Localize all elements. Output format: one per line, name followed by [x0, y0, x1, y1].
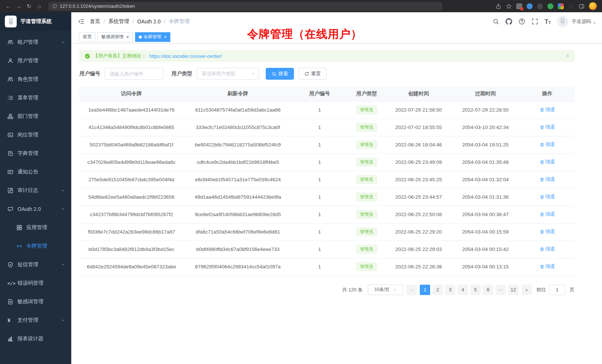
forward-icon[interactable]: →	[14, 2, 23, 11]
page-button-more[interactable]: ···	[495, 285, 506, 295]
force-logout-button[interactable]: 强退	[540, 159, 555, 165]
breadcrumb-item[interactable]: 系统管理	[108, 18, 129, 25]
user-type-badge: 管理员	[356, 193, 377, 201]
users-icon	[7, 39, 13, 45]
address-bar[interactable]: 127.0.0.1:1024/system/oauth2/token	[48, 2, 442, 11]
cell-refresh-token: 8796295f04064c2983414cc54af1097a	[183, 258, 292, 275]
user-avatar[interactable]	[557, 16, 568, 27]
tab-oauth2-token[interactable]: 令牌管理 ×	[135, 32, 171, 42]
filter-bar: 用户编号 用户类型 请选择用户类型 搜索 重置	[79, 68, 575, 80]
success-check-icon	[85, 53, 90, 59]
extension-icon[interactable]	[568, 3, 574, 9]
force-logout-button[interactable]: 强退	[540, 141, 555, 148]
force-logout-button[interactable]: 强退	[540, 263, 555, 270]
reset-button-label: 重置	[311, 70, 321, 77]
extension-icon[interactable]	[516, 3, 522, 9]
force-logout-button[interactable]: 强退	[540, 193, 555, 200]
sidebar-item-dict[interactable]: 字典管理	[0, 144, 71, 163]
share-icon[interactable]	[495, 3, 501, 9]
extension-icon[interactable]	[547, 3, 553, 9]
doc-link[interactable]: https://doc.iocoder.cn/user-center/	[149, 53, 222, 59]
chevron-down-icon	[61, 40, 65, 44]
sidebar-item-post[interactable]: 岗位管理	[0, 126, 71, 144]
trash-icon	[540, 264, 544, 269]
force-logout-label: 强退	[546, 263, 555, 270]
tab-sensitive-word[interactable]: 敏感词管理 ×	[98, 32, 133, 42]
help-icon[interactable]	[518, 18, 525, 25]
goto-page-input[interactable]	[549, 285, 565, 295]
breadcrumb-item[interactable]: OAuth 2.0	[137, 19, 161, 24]
table-row: 1ea5e44f8bc1467aaede43144f31de76 811c530…	[79, 101, 575, 119]
sidebar-item-sms[interactable]: 短信管理	[0, 255, 71, 274]
page-button-6[interactable]: 6	[483, 285, 493, 295]
force-logout-button[interactable]: 强退	[540, 211, 555, 218]
search-icon[interactable]	[493, 18, 499, 25]
home-icon[interactable]: ⌂	[35, 2, 44, 11]
user-type-badge: 管理员	[356, 228, 377, 236]
sidebar-item-oauth2-token[interactable]: 令牌管理	[0, 237, 71, 255]
close-icon[interactable]: ×	[126, 34, 129, 39]
sidebar-item-role[interactable]: 角色管理	[0, 70, 71, 89]
page-button-2[interactable]: 2	[432, 285, 443, 295]
sidebar-item-oauth2[interactable]: OAuth 2.0	[0, 200, 71, 218]
fullscreen-icon[interactable]	[531, 18, 538, 25]
page-button-1[interactable]: 1	[420, 285, 430, 295]
force-logout-button[interactable]: 强退	[540, 106, 555, 113]
cell-access-token: 41c41346a548490f9dc8b01c6bfe0865	[79, 119, 183, 136]
sidebar-item-oauth2-app[interactable]: 应用管理	[0, 218, 71, 237]
trash-icon	[540, 212, 544, 217]
search-button[interactable]: 搜索	[266, 68, 294, 80]
force-logout-button[interactable]: 强退	[540, 228, 555, 235]
page-button-12[interactable]: 12	[508, 285, 518, 295]
prev-page-button[interactable]: ‹	[406, 285, 417, 295]
sidebar-fold-icon[interactable]	[78, 18, 85, 25]
force-logout-button[interactable]: 强退	[540, 124, 555, 130]
reload-icon[interactable]: ↻	[24, 2, 33, 11]
bookmark-star-icon[interactable]	[506, 3, 512, 9]
sidebar-item-tenant[interactable]: 租户管理	[0, 33, 71, 52]
github-icon[interactable]	[506, 18, 512, 25]
page-size-select[interactable]: 10条/页	[368, 285, 403, 295]
cell-access-token: 6d842e2924594de9a09e45e087323abe	[79, 258, 183, 275]
user-type-badge: 管理员	[356, 140, 377, 149]
page-button-5[interactable]: 5	[470, 285, 481, 295]
browser-profile-avatar[interactable]	[589, 2, 597, 10]
sidebar-item-dept[interactable]: 部门管理	[0, 107, 71, 126]
breadcrumb-item[interactable]: 首页	[90, 18, 100, 25]
close-icon[interactable]: ×	[164, 34, 167, 39]
reset-button[interactable]: 重置	[298, 68, 327, 80]
cell-refresh-token: 9ce8ef2aa9f14056b831ae9b608e28d5	[183, 206, 292, 223]
sidebar-item-audit-log[interactable]: 审计日志	[0, 181, 71, 200]
user-type-select[interactable]: 请选择用户类型	[197, 68, 259, 80]
user-type-badge: 管理员	[356, 210, 377, 219]
page-button-4[interactable]: 4	[458, 285, 468, 295]
sidebar-item-report-designer[interactable]: 报表设计器	[0, 330, 71, 348]
sidebar-item-user[interactable]: 用户管理	[0, 52, 71, 70]
tab-home[interactable]: 首页	[79, 32, 95, 42]
back-icon[interactable]: ←	[4, 2, 13, 11]
browser-toolbar-right	[495, 2, 598, 10]
next-page-button[interactable]: ›	[521, 285, 532, 295]
close-icon[interactable]: ×	[566, 53, 569, 59]
extension-icon[interactable]	[527, 3, 533, 9]
user-id-input[interactable]	[105, 68, 163, 80]
sidebar-item-menu[interactable]: 菜单管理	[0, 89, 71, 107]
font-size-icon[interactable]: TT	[544, 18, 551, 25]
breadcrumb: 首页/系统管理/OAuth 2.0/令牌管理	[90, 18, 190, 25]
sidebar-item-sensitive-word[interactable]: 敏感词管理	[0, 292, 71, 311]
username[interactable]: 芋道源码	[572, 18, 591, 25]
extension-icon[interactable]	[537, 3, 543, 9]
sidebar-item-notice[interactable]: 通知公告	[0, 163, 71, 181]
app-logo[interactable]: 芋道管理系统	[0, 12, 71, 31]
sidebar-item-error-code[interactable]: </> 错误码管理	[0, 274, 71, 292]
extension-icon[interactable]	[558, 3, 564, 9]
force-logout-button[interactable]: 强退	[540, 246, 555, 252]
megaphone-icon	[7, 169, 13, 175]
sidebar-item-pay[interactable]: ¥ 支付管理	[0, 311, 71, 330]
side-panel-icon[interactable]	[579, 3, 585, 9]
force-logout-button[interactable]: 强退	[540, 176, 555, 183]
page-button-3[interactable]: 3	[445, 285, 455, 295]
signal-icon	[16, 243, 22, 249]
site-info-icon[interactable]	[52, 4, 57, 9]
alert-text: 【用户体系】文档地址：	[93, 53, 146, 59]
